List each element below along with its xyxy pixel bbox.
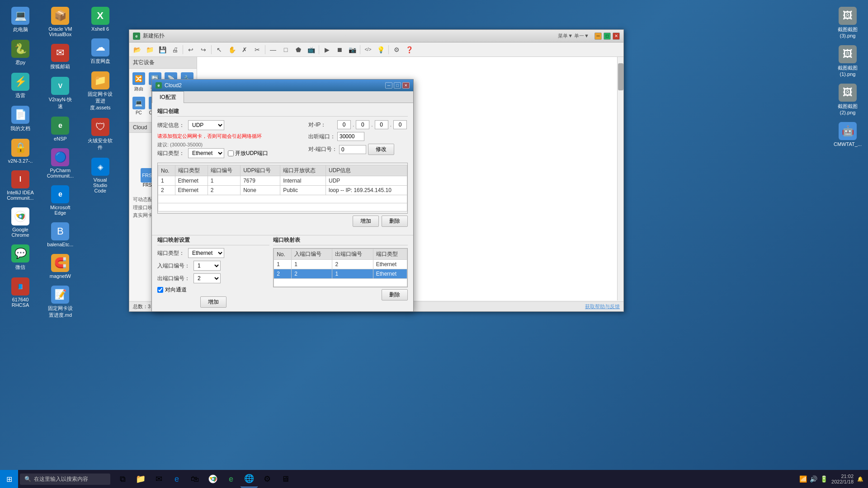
desktop-icon-magnet[interactable]: 🧲 magnetW bbox=[44, 252, 76, 281]
desktop-icon-antivirus[interactable]: 🛡 火绒安全软件 bbox=[85, 116, 116, 153]
toolbar-select-btn[interactable]: ↖ bbox=[213, 44, 225, 56]
taskbar-app-ensp[interactable]: e bbox=[222, 470, 240, 488]
ensp-minimize-btn[interactable]: ─ bbox=[594, 33, 602, 40]
desktop-icon-ensp[interactable]: e eNSP bbox=[44, 114, 76, 144]
toolbar-help-btn[interactable]: ❓ bbox=[403, 44, 415, 56]
desktop-icon-email[interactable]: ✉ 搜狐邮箱 bbox=[44, 42, 76, 72]
desktop-icon-screenshot3[interactable]: 🖼 截图截图(3).png bbox=[832, 5, 863, 41]
table-row[interactable]: 1 Ethernet 1 7679 Internal UDP bbox=[158, 176, 407, 186]
taskbar-app-chrome[interactable] bbox=[204, 470, 222, 488]
toolbar-bulb-btn[interactable]: 💡 bbox=[375, 44, 387, 56]
toolbar-redo-btn[interactable]: ↪ bbox=[198, 44, 209, 56]
port-add-btn[interactable]: 增加 bbox=[353, 216, 379, 227]
ip-part4-input[interactable] bbox=[393, 120, 407, 129]
toolbar-open-btn[interactable]: 📁 bbox=[144, 44, 156, 56]
desktop-icon-wechat[interactable]: 💬 微信 bbox=[5, 242, 36, 273]
taskbar-app-network[interactable]: 🌐 bbox=[241, 470, 258, 488]
network-icon[interactable]: 📶 bbox=[799, 475, 807, 483]
desktop-icon-thunder[interactable]: ⚡ 迅雷 bbox=[5, 70, 36, 101]
mapping-port-type-select[interactable]: Ethernet bbox=[188, 248, 224, 258]
bidirectional-checkbox[interactable] bbox=[157, 287, 163, 293]
toolbar-cut-btn[interactable]: ✂ bbox=[251, 44, 263, 56]
dialog-maximize-btn[interactable]: □ bbox=[394, 82, 401, 89]
taskbar-app-fileexplorer[interactable]: 📁 bbox=[132, 470, 149, 488]
taskbar-app-monitor[interactable]: 🖥 bbox=[277, 470, 294, 488]
tab-io-config[interactable]: IO配置 bbox=[152, 91, 184, 103]
desktop-icon-baidu[interactable]: ☁ 百度网盘 bbox=[85, 36, 116, 67]
target-port-input[interactable] bbox=[339, 145, 366, 154]
ip-part3-input[interactable] bbox=[375, 120, 388, 129]
toolbar-settings-btn[interactable]: ⚙ bbox=[391, 44, 402, 56]
desktop-icon-screenshot1[interactable]: 🖼 截图截图(1).png bbox=[832, 43, 863, 79]
taskbar-app-store[interactable]: 🛍 bbox=[186, 470, 203, 488]
toolbar-print-btn[interactable]: 🖨 bbox=[169, 44, 181, 56]
table-row[interactable]: 2 Ethernet 2 None Public loop -- IP: 169… bbox=[158, 186, 407, 195]
start-button[interactable]: ⊞ bbox=[0, 470, 18, 488]
mapping-row-2[interactable]: 2 2 1 Ethernet bbox=[274, 269, 407, 279]
desktop-icon-vscode[interactable]: ◈ Visual Studio Code bbox=[85, 155, 116, 196]
desktop-icon-xshell[interactable]: X Xshell 6 bbox=[85, 5, 116, 34]
desktop-icon-idea[interactable]: I IntelliJ IDEA Communit... bbox=[5, 168, 36, 203]
desktop-icon-edge[interactable]: e Microsoft Edge bbox=[44, 183, 76, 218]
battery-icon[interactable]: 🔋 bbox=[820, 475, 828, 483]
desktop-icon-screenshot2[interactable]: 🖼 截图截图(2).png bbox=[832, 81, 863, 117]
binding-select[interactable]: UDP bbox=[188, 120, 224, 130]
toolbar-shape1-btn[interactable]: ⬟ bbox=[292, 44, 304, 56]
desktop-icon-vbox[interactable]: 📦 Oracle VM VirtualBox bbox=[44, 5, 76, 39]
desktop-icon-rhcsa[interactable]: 📘 617640 RHCSA bbox=[5, 275, 36, 310]
desktop-icon-v2n[interactable]: 🔒 v2N-3.27-.. bbox=[5, 136, 36, 166]
taskbar-app-edge[interactable]: e bbox=[168, 470, 185, 488]
scroll-thumb-v[interactable] bbox=[618, 63, 623, 90]
udp-listen-port-input[interactable] bbox=[337, 132, 364, 141]
desktop-icon-assets[interactable]: 📁 固定网卡设置进度.assets bbox=[85, 69, 116, 113]
modify-btn[interactable]: 修改 bbox=[368, 144, 394, 155]
open-udp-checkbox-container[interactable]: 开放UDP端口 bbox=[228, 150, 268, 157]
desktop-icon-pycharm[interactable]: 🔵 PyCharm Communit... bbox=[44, 146, 76, 181]
device-pc[interactable]: 💻 PC bbox=[131, 95, 146, 118]
taskbar-time[interactable]: 21:02 2022/1/18 bbox=[831, 474, 854, 484]
toolbar-line-btn[interactable]: — bbox=[267, 44, 279, 56]
toolbar-save-btn[interactable]: 💾 bbox=[156, 44, 168, 56]
ensp-maximize-btn[interactable]: □ bbox=[604, 33, 611, 40]
desktop-icon-py[interactable]: 🐍 君py bbox=[5, 38, 36, 68]
volume-icon[interactable]: 🔊 bbox=[810, 475, 817, 483]
out-port-select[interactable]: 2 1 bbox=[193, 273, 221, 283]
toolbar-stop-btn[interactable]: ⏹ bbox=[334, 44, 345, 56]
status-help[interactable]: 获取帮助与反馈 bbox=[585, 303, 620, 310]
taskbar-app-mail[interactable]: ✉ bbox=[150, 470, 167, 488]
desktop-icon-docs[interactable]: 📄 我的文档 bbox=[5, 103, 36, 134]
desktop-icon-v2rayn[interactable]: V V2rayN-快速 bbox=[44, 75, 76, 112]
desktop-icon-chrome[interactable]: Google Chrome bbox=[5, 205, 36, 240]
toolbar-new-btn[interactable]: 📂 bbox=[131, 44, 143, 56]
mapping-delete-btn[interactable]: 删除 bbox=[382, 289, 408, 300]
toolbar-undo-btn[interactable]: ↩ bbox=[185, 44, 197, 56]
desktop-icon-netcard[interactable]: 📝 固定网卡设置进度.md bbox=[44, 283, 76, 321]
ip-part2-input[interactable] bbox=[356, 120, 369, 129]
ensp-close-btn[interactable]: ✕ bbox=[613, 33, 620, 40]
desktop-icon-computer[interactable]: 💻 此电脑 bbox=[5, 5, 36, 35]
taskbar-app-taskswitcher[interactable]: ⧉ bbox=[114, 470, 131, 488]
toolbar-hand-btn[interactable]: ✋ bbox=[226, 44, 238, 56]
canvas-scrollbar-v[interactable] bbox=[617, 57, 623, 300]
mapping-add-btn[interactable]: 增加 bbox=[200, 296, 226, 308]
dialog-close-btn[interactable]: ✕ bbox=[402, 82, 410, 89]
desktop-icon-balena[interactable]: B balenaEtc... bbox=[44, 220, 76, 249]
action-center-icon[interactable]: 🔔 bbox=[857, 476, 863, 482]
device-router[interactable]: 🔀 路由 bbox=[131, 70, 146, 94]
taskbar-search-box[interactable]: 🔍 在这里输入以搜索内容 bbox=[20, 474, 110, 485]
dialog-minimize-btn[interactable]: ─ bbox=[385, 82, 392, 89]
toolbar-code-btn[interactable]: </> bbox=[362, 44, 374, 56]
toolbar-monitor-btn[interactable]: 📺 bbox=[305, 44, 317, 56]
toolbar-play-btn[interactable]: ▶ bbox=[321, 44, 333, 56]
port-delete-btn[interactable]: 删除 bbox=[382, 216, 408, 227]
ensp-menu-simple[interactable]: 菜单▼ 单一▼ bbox=[558, 33, 589, 40]
desktop-icon-cmwtat[interactable]: 🤖 CMWTAT_... bbox=[832, 120, 863, 149]
open-udp-checkbox[interactable] bbox=[228, 150, 234, 156]
in-port-select[interactable]: 1 2 bbox=[193, 261, 221, 271]
toolbar-delete-btn[interactable]: ✗ bbox=[239, 44, 250, 56]
toolbar-snapshot-btn[interactable]: 📷 bbox=[346, 44, 358, 56]
mapping-row-1[interactable]: 1 1 2 Ethernet bbox=[274, 260, 407, 269]
ip-part1-input[interactable] bbox=[337, 120, 351, 129]
taskbar-app-settings[interactable]: ⚙ bbox=[259, 470, 276, 488]
toolbar-rect-btn[interactable]: □ bbox=[280, 44, 292, 56]
